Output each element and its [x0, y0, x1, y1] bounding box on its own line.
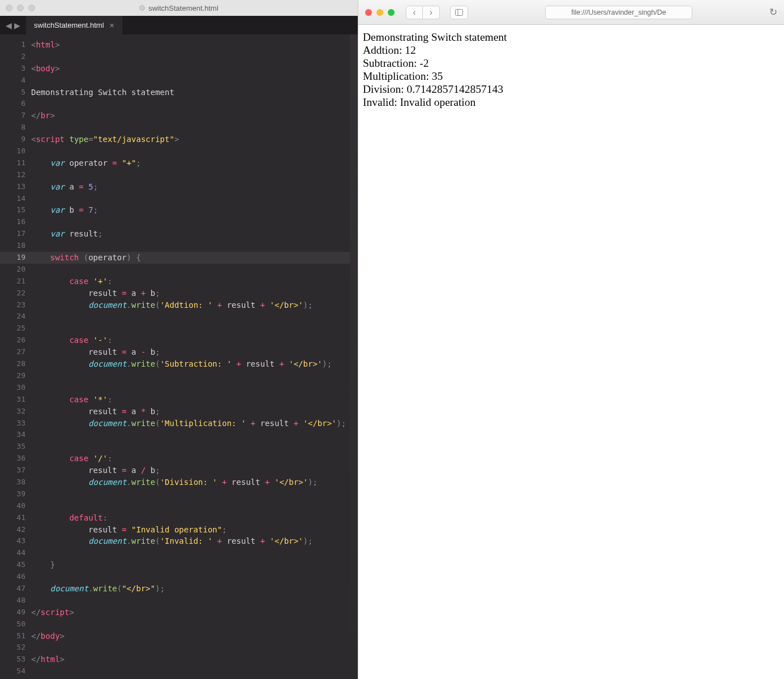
code-line[interactable]: [31, 169, 350, 181]
code-line[interactable]: document.write('Division: ' + result + '…: [31, 476, 350, 488]
code-line[interactable]: [31, 429, 350, 441]
code-line[interactable]: [31, 311, 350, 323]
code-line[interactable]: case '*':: [31, 394, 350, 406]
line-number: 39: [0, 488, 25, 500]
code-line[interactable]: [31, 665, 350, 677]
browser-viewport: Demonstrating Switch statementAddtion: 1…: [358, 25, 784, 679]
code-line[interactable]: [31, 642, 350, 654]
line-number: 28: [0, 358, 25, 370]
code-line[interactable]: </body>: [31, 630, 350, 642]
code-line[interactable]: <script type="text/javascript">: [31, 134, 350, 145]
line-number: 22: [0, 287, 25, 299]
line-number: 14: [0, 193, 25, 205]
minimize-icon[interactable]: [376, 9, 383, 16]
code-line[interactable]: [31, 264, 350, 276]
editor-window-title: switchStatement.html: [0, 4, 358, 12]
code-line[interactable]: case '/':: [31, 453, 350, 465]
code-line[interactable]: var b = 7;: [31, 204, 350, 216]
code-line[interactable]: case '-':: [31, 334, 350, 346]
line-number: 45: [0, 559, 25, 571]
code-line[interactable]: [31, 488, 350, 500]
code-line[interactable]: [31, 51, 350, 63]
line-number: 9: [0, 134, 25, 145]
tab-back-icon[interactable]: ◀: [6, 21, 12, 30]
line-number: 13: [0, 181, 25, 193]
browser-url-field[interactable]: file:///Users/ravinder_singh/De: [545, 6, 692, 19]
code-line[interactable]: [31, 595, 350, 607]
code-line[interactable]: result = a * b;: [31, 406, 350, 418]
line-number: 51: [0, 630, 25, 642]
line-number: 47: [0, 583, 25, 595]
code-line[interactable]: [31, 500, 350, 512]
reload-button[interactable]: ↻: [769, 6, 777, 18]
code-line[interactable]: document.write('Addtion: ' + result + '<…: [31, 299, 350, 311]
url-text: file:///Users/ravinder_singh/De: [571, 8, 666, 16]
code-line[interactable]: </html>: [31, 654, 350, 665]
code-line[interactable]: </br>: [31, 110, 350, 122]
minimap-scrollbar[interactable]: [350, 35, 358, 679]
code-line[interactable]: result = "Invalid operation";: [31, 524, 350, 536]
tab-forward-icon[interactable]: ▶: [14, 21, 20, 30]
code-line[interactable]: [31, 571, 350, 583]
code-line[interactable]: <html>: [31, 39, 350, 51]
code-line[interactable]: var a = 5;: [31, 181, 350, 193]
line-number: 20: [0, 264, 25, 276]
tab-history-arrows: ◀ ▶: [0, 16, 26, 35]
browser-forward-button[interactable]: ›: [423, 6, 440, 19]
code-line[interactable]: Demonstrating Switch statement: [31, 87, 350, 98]
code-content[interactable]: <html> <body> Demonstrating Switch state…: [31, 35, 350, 679]
line-number: 36: [0, 453, 25, 465]
minimap-thumb[interactable]: [350, 35, 358, 679]
line-number: 50: [0, 618, 25, 630]
line-number: 29: [0, 370, 25, 382]
code-line[interactable]: [31, 370, 350, 382]
browser-back-button[interactable]: ‹: [406, 6, 423, 19]
close-icon[interactable]: [365, 9, 372, 16]
code-line[interactable]: [31, 382, 350, 394]
code-line[interactable]: document.write("</br>");: [31, 583, 350, 595]
code-line[interactable]: document.write('Invalid: ' + result + '<…: [31, 535, 350, 547]
code-line[interactable]: default:: [31, 512, 350, 524]
code-line[interactable]: document.write('Multiplication: ' + resu…: [31, 418, 350, 429]
code-line[interactable]: case '+':: [31, 276, 350, 287]
editor-titlebar[interactable]: switchStatement.html: [0, 0, 358, 16]
code-line[interactable]: [31, 323, 350, 334]
code-line[interactable]: [31, 145, 350, 157]
browser-output-line: Multiplication: 35: [363, 70, 779, 83]
code-line[interactable]: </script>: [31, 607, 350, 618]
line-number: 35: [0, 441, 25, 453]
code-line[interactable]: result = a + b;: [31, 287, 350, 299]
code-line[interactable]: result = a / b;: [31, 465, 350, 476]
code-line[interactable]: var result;: [31, 228, 350, 240]
code-line[interactable]: [31, 618, 350, 630]
editor-tab-label: switchStatement.html: [34, 21, 104, 29]
code-line[interactable]: [31, 98, 350, 110]
code-line[interactable]: switch (operator) {: [31, 252, 350, 264]
code-line[interactable]: <body>: [31, 63, 350, 75]
browser-output-line: Invalid: Invalid operation: [363, 96, 779, 109]
code-line[interactable]: var operator = "+";: [31, 157, 350, 169]
code-line[interactable]: [31, 240, 350, 252]
maximize-icon[interactable]: [388, 9, 395, 16]
browser-output-line: Addtion: 12: [363, 44, 779, 57]
line-number: 2: [0, 51, 25, 63]
browser-window: ‹ › file:///Users/ravinder_singh/De ↻ De…: [358, 0, 784, 679]
code-line[interactable]: [31, 216, 350, 228]
code-line[interactable]: [31, 547, 350, 559]
editor-tab[interactable]: switchStatement.html ×: [26, 16, 123, 35]
code-line[interactable]: [31, 75, 350, 87]
code-line[interactable]: [31, 122, 350, 134]
line-number: 37: [0, 465, 25, 476]
sidebar-toggle-button[interactable]: [450, 6, 468, 19]
line-number: 31: [0, 394, 25, 406]
code-line[interactable]: result = a - b;: [31, 346, 350, 358]
code-line[interactable]: [31, 441, 350, 453]
code-editor[interactable]: 1234567891011121314151617181920212223242…: [0, 35, 358, 679]
code-line[interactable]: document.write('Subtraction: ' + result …: [31, 358, 350, 370]
code-line[interactable]: [31, 193, 350, 205]
line-number: 7: [0, 110, 25, 122]
line-number: 43: [0, 535, 25, 547]
line-number: 41: [0, 512, 25, 524]
tab-close-icon[interactable]: ×: [110, 21, 114, 30]
code-line[interactable]: }: [31, 559, 350, 571]
